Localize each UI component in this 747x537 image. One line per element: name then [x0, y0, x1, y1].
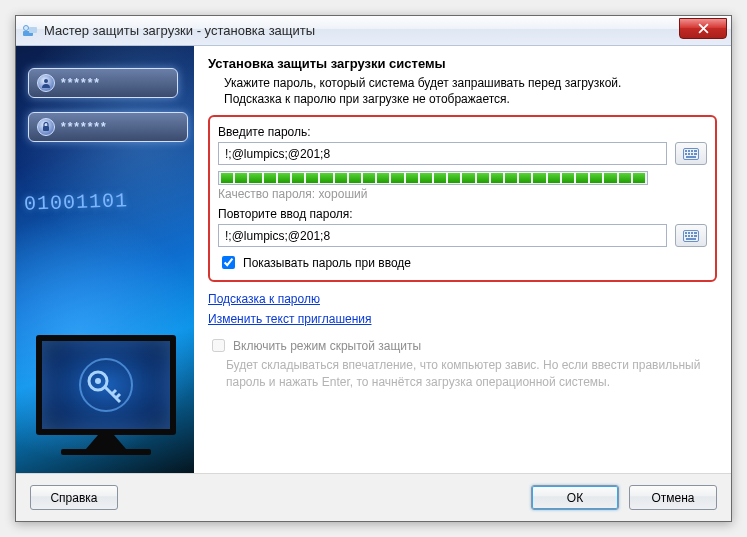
window-title: Мастер защиты загрузки - установка защит… — [44, 23, 315, 38]
svg-rect-24 — [688, 235, 690, 237]
virtual-keyboard-button[interactable] — [675, 224, 707, 247]
edit-prompt-link[interactable]: Изменить текст приглашения — [208, 312, 372, 326]
side-image: ****** ******* 01001101 — [16, 46, 194, 473]
cancel-button[interactable]: Отмена — [629, 485, 717, 510]
password-quality-label: Качество пароля: хороший — [218, 187, 707, 201]
svg-rect-25 — [691, 235, 693, 237]
password-label: Введите пароль: — [218, 125, 707, 139]
svg-rect-26 — [694, 235, 697, 237]
show-password-label[interactable]: Показывать пароль при вводе — [243, 256, 411, 270]
decor-password-field: ****** — [28, 68, 178, 98]
dialog-window: Мастер защиты загрузки - установка защит… — [15, 15, 732, 522]
decor-binary-text: 01001101 — [24, 189, 129, 216]
user-icon — [37, 74, 55, 92]
close-icon — [698, 23, 709, 34]
svg-rect-23 — [685, 235, 687, 237]
lock-icon — [37, 118, 55, 136]
password-section: Введите пароль: — [208, 115, 717, 282]
hidden-mode-section: Включить режим скрытой защиты Будет скла… — [208, 336, 717, 389]
key-icon — [76, 355, 136, 415]
hidden-mode-label: Включить режим скрытой защиты — [233, 339, 421, 353]
svg-rect-14 — [688, 153, 690, 155]
section-heading: Установка защиты загрузки системы — [208, 56, 717, 71]
titlebar: Мастер защиты загрузки - установка защит… — [16, 16, 731, 46]
svg-point-3 — [44, 79, 48, 83]
svg-rect-1 — [29, 27, 37, 33]
svg-rect-21 — [691, 232, 693, 234]
svg-rect-17 — [686, 156, 696, 158]
svg-point-7 — [95, 378, 101, 384]
keyboard-icon — [683, 230, 699, 242]
show-password-checkbox[interactable] — [222, 256, 235, 269]
svg-rect-12 — [694, 150, 697, 152]
keyboard-icon — [683, 148, 699, 160]
svg-rect-16 — [694, 153, 697, 155]
main-panel: Установка защиты загрузки системы Укажит… — [194, 46, 731, 473]
svg-rect-27 — [686, 238, 696, 240]
svg-rect-11 — [691, 150, 693, 152]
hidden-mode-description: Будет складываться впечатление, что комп… — [208, 357, 717, 389]
dialog-footer: Справка ОК Отмена — [16, 473, 731, 521]
links-section: Подсказка к паролю Изменить текст пригла… — [208, 292, 717, 326]
svg-rect-4 — [43, 126, 49, 131]
app-icon — [22, 23, 38, 39]
svg-rect-19 — [685, 232, 687, 234]
confirm-password-input[interactable] — [218, 224, 667, 247]
close-button[interactable] — [679, 18, 727, 39]
svg-rect-13 — [685, 153, 687, 155]
dialog-body: ****** ******* 01001101 — [16, 46, 731, 473]
help-button[interactable]: Справка — [30, 485, 118, 510]
confirm-label: Повторите ввод пароля: — [218, 207, 707, 221]
hidden-mode-checkbox[interactable] — [212, 339, 225, 352]
password-input[interactable] — [218, 142, 667, 165]
svg-rect-9 — [685, 150, 687, 152]
svg-rect-10 — [688, 150, 690, 152]
password-hint-link[interactable]: Подсказка к паролю — [208, 292, 320, 306]
password-strength-meter — [218, 171, 648, 185]
ok-button[interactable]: ОК — [531, 485, 619, 510]
svg-point-2 — [24, 25, 29, 30]
svg-rect-20 — [688, 232, 690, 234]
svg-rect-15 — [691, 153, 693, 155]
virtual-keyboard-button[interactable] — [675, 142, 707, 165]
decor-monitor — [36, 335, 176, 455]
decor-password-field: ******* — [28, 112, 188, 142]
svg-rect-22 — [694, 232, 697, 234]
intro-text: Укажите пароль, который система будет за… — [208, 75, 717, 107]
